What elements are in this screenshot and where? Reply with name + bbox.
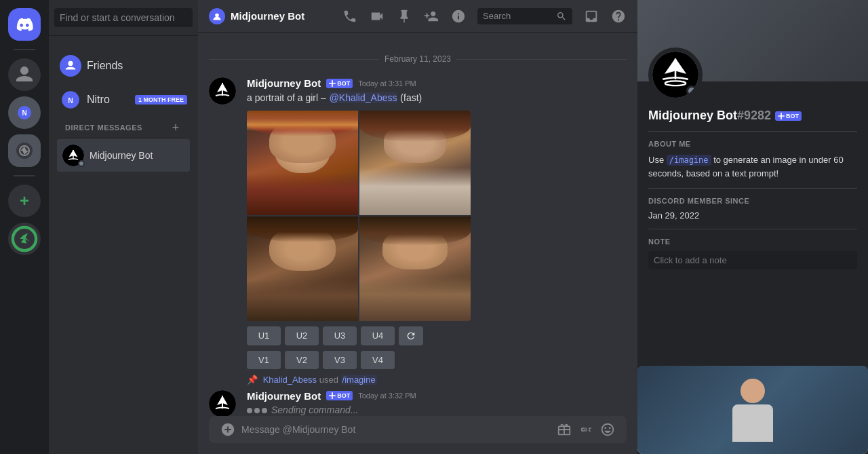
friends-icon <box>60 55 81 77</box>
image-cell-1[interactable] <box>247 111 358 215</box>
video-button[interactable] <box>369 8 385 24</box>
u4-button[interactable]: U4 <box>361 326 395 345</box>
add-attachment-button[interactable] <box>220 421 236 438</box>
svg-text:N: N <box>22 109 26 117</box>
nitro-badge: 1 MONTH FREE <box>135 95 187 105</box>
profile-avatar <box>648 48 703 102</box>
about-me-section: ABOUT ME Use /imagine to generate an ima… <box>648 140 857 180</box>
message-content-1: Midjourney Bot BOT Today at 3:31 PM a po… <box>247 77 627 369</box>
video-inner <box>637 366 868 454</box>
message-timestamp-2: Today at 3:32 PM <box>358 392 416 400</box>
sidebar-divider-2 <box>14 175 35 176</box>
friends-nav-item[interactable]: Friends <box>54 50 193 82</box>
dm-search-area <box>49 0 198 36</box>
bot-avatar-2 <box>209 390 236 416</box>
pin-button[interactable] <box>396 8 412 24</box>
message-row-2: Midjourney Bot BOT Today at 3:32 PM Send… <box>198 387 637 416</box>
add-member-button[interactable] <box>423 8 439 24</box>
divider-line-left <box>209 59 379 60</box>
person-body <box>732 404 773 442</box>
message-mention[interactable]: @Khalid_Abess <box>329 92 398 103</box>
svg-text:N: N <box>68 96 73 105</box>
chat-header-right <box>342 8 627 24</box>
message-text-separator: – <box>318 92 329 103</box>
chat-messages: February 11, 2023 Midjourney Bot BOT <box>198 33 637 416</box>
sidebar-divider-1 <box>14 49 35 50</box>
v1-button[interactable]: V1 <box>247 351 281 369</box>
add-server-button[interactable]: + <box>8 185 41 217</box>
message-content-2: Midjourney Bot BOT Today at 3:32 PM Send… <box>247 390 627 415</box>
member-since-title: DISCORD MEMBER SINCE <box>648 197 857 205</box>
u1-button[interactable]: U1 <box>247 326 281 345</box>
note-input[interactable] <box>648 251 857 269</box>
gift-button[interactable] <box>556 421 572 438</box>
profile-divider-2 <box>648 188 857 189</box>
chat-input-box <box>209 416 627 443</box>
system-message-icon: 📌 <box>247 375 258 385</box>
search-icon[interactable] <box>556 11 567 22</box>
profile-banner <box>637 0 868 81</box>
v3-button[interactable]: V3 <box>323 351 357 369</box>
dm-section: Friends N Nitro 1 MONTH FREE DIRECT MESS… <box>49 36 198 177</box>
nitro-nav-item[interactable]: N Nitro 1 MONTH FREE <box>54 83 193 116</box>
message-author-2: Midjourney Bot <box>247 390 321 402</box>
image-cell-4[interactable] <box>359 216 471 321</box>
member-since-date: Jan 29, 2022 <box>648 210 857 221</box>
message-text-1: a portrait of a girl – @Khalid_Abess (fa… <box>247 92 627 105</box>
chat-header-left: Midjourney Bot <box>209 8 304 24</box>
chat-area: Midjourney Bot <box>198 0 637 454</box>
system-command-mention[interactable]: /imagine <box>341 375 377 385</box>
inbox-button[interactable] <box>583 8 599 24</box>
threads-button[interactable] <box>450 8 467 24</box>
profile-bot-badge: BOT <box>775 111 802 121</box>
v4-button[interactable]: V4 <box>361 351 395 369</box>
about-me-text: Use /imagine to generate an image in und… <box>648 153 857 180</box>
message-input[interactable] <box>241 424 551 435</box>
system-user-mention[interactable]: Khalid_Abess <box>263 375 317 385</box>
message-text-suffix: (fast) <box>397 92 422 103</box>
server-icon-friends[interactable] <box>8 58 41 91</box>
v2-button[interactable]: V2 <box>285 351 319 369</box>
server-icon-midjourney[interactable] <box>8 134 41 167</box>
image-grid <box>247 111 471 321</box>
image-cell-3[interactable] <box>247 216 358 321</box>
svg-point-9 <box>215 13 219 17</box>
action-buttons-row2: V1 V2 V3 V4 <box>247 351 627 369</box>
direct-messages-header: DIRECT MESSAGES + <box>54 116 193 136</box>
typing-dot-3 <box>262 408 267 413</box>
about-me-command: /imagine <box>667 155 711 166</box>
refresh-button[interactable] <box>399 326 423 345</box>
dm-section-title: DIRECT MESSAGES <box>65 124 142 132</box>
emoji-button[interactable] <box>599 421 616 438</box>
channel-dm-icon <box>209 8 225 24</box>
sending-text: Sending command... <box>271 404 358 415</box>
call-button[interactable] <box>342 8 358 24</box>
person-head <box>741 379 765 403</box>
date-divider-text: February 11, 2023 <box>384 54 451 64</box>
gif-button[interactable] <box>578 421 594 438</box>
search-input[interactable] <box>483 11 552 21</box>
channel-name: Midjourney Bot <box>231 10 304 22</box>
action-buttons-row1: U1 U2 U3 U4 <box>247 326 627 345</box>
image-cell-2[interactable] <box>359 111 471 215</box>
about-me-title: ABOUT ME <box>648 140 857 148</box>
u3-button[interactable]: U3 <box>323 326 357 345</box>
member-since-section: DISCORD MEMBER SINCE Jan 29, 2022 <box>648 197 857 221</box>
help-button[interactable] <box>610 8 627 24</box>
chat-header: Midjourney Bot <box>198 0 637 33</box>
date-divider: February 11, 2023 <box>198 49 637 69</box>
server-sidebar: N + <box>0 0 49 454</box>
bot-badge-1: BOT <box>326 79 353 88</box>
explore-servers-button[interactable] <box>8 223 41 255</box>
find-conversation-input[interactable] <box>54 8 193 27</box>
message-row-1: Midjourney Bot BOT Today at 3:31 PM a po… <box>198 75 637 372</box>
u2-button[interactable]: U2 <box>285 326 319 345</box>
discord-home-button[interactable] <box>8 8 41 41</box>
dm-panel: Friends N Nitro 1 MONTH FREE DIRECT MESS… <box>49 0 198 454</box>
new-dm-button[interactable]: + <box>170 121 182 134</box>
server-icon-nitro[interactable]: N <box>8 96 41 129</box>
video-section <box>637 355 868 454</box>
typing-dot-2 <box>254 408 260 413</box>
dm-user-midjourney[interactable]: Midjourney Bot <box>57 139 190 172</box>
person-in-video <box>732 379 773 442</box>
